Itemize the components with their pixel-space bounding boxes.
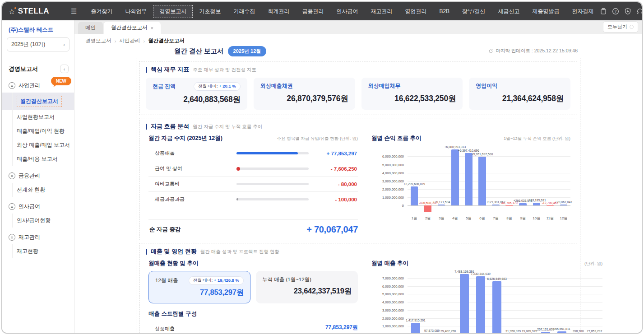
- bar-7월: [492, 205, 500, 205]
- tab-월간결산보고서[interactable]: 월간결산보고서×: [104, 22, 161, 34]
- sidebar-item-인사/급여현황[interactable]: 인사/급여현황: [2, 214, 74, 228]
- sidebar-item-label: 사업현황보고서: [17, 114, 55, 120]
- nav-item-장부/결산[interactable]: 장부/결산: [456, 5, 491, 18]
- cashflow-amount: - 7,606,250: [311, 166, 358, 172]
- nav-item-인사급여[interactable]: 인사급여: [330, 5, 364, 18]
- cashflow-row-세금과공과금: 세금과공과금- 100,000: [148, 192, 358, 207]
- sales-card-value: 77,853,297원: [155, 288, 244, 298]
- chevron-right-icon: ›: [63, 41, 65, 48]
- sales-card-12월 매출[interactable]: 12월 매출전월 대비: + 19,426.8 %77,853,297원: [148, 271, 250, 303]
- sidebar-group-재고관리[interactable]: ≡재고관리: [2, 229, 74, 244]
- close-all-tabs-button[interactable]: 모두닫기: [603, 21, 638, 33]
- badge-prefix: 전월 대비:: [193, 278, 214, 283]
- cashflow-bar-fill: [236, 152, 298, 154]
- x-tick-label: 5월: [462, 216, 475, 221]
- kpi-label: 영업이익: [476, 82, 497, 90]
- sidebar-item-label: 월간결산보고서: [17, 96, 62, 107]
- bar-4월: [451, 149, 459, 205]
- nav-item-나의업무[interactable]: 나의업무: [119, 5, 153, 18]
- breadcrumb-item[interactable]: 사업관리: [119, 37, 140, 44]
- brand-name: STELLA: [18, 7, 49, 16]
- section-accent-bar: [146, 249, 147, 255]
- tab-bar: 메인월간결산보고서× 모두닫기: [74, 20, 642, 34]
- kpi-label: 현금 잔액: [153, 83, 176, 90]
- y-tick-label: 3,000,000,000: [382, 308, 404, 312]
- nav-item-기초정보[interactable]: 기초정보: [193, 5, 227, 18]
- sidebar-item-외상 매출/매입 보고서[interactable]: 외상 매출/매입 보고서: [2, 138, 74, 152]
- nav-item-금융관리[interactable]: 금융관리: [296, 5, 330, 18]
- fiscal-year-selector[interactable]: 2025년 (10기) ›: [7, 37, 69, 51]
- gridline: [408, 165, 570, 165]
- cashflow-bar-cell: [236, 183, 311, 185]
- mom-change-badge: 전월 대비: + 20.1 %: [194, 82, 241, 91]
- monthly-cash-balance-panel: 월간 자금 수지 (2025년 12월) 주요 항목별 자금 유입/유출 현황 …: [146, 135, 361, 235]
- bar-6월: [478, 157, 486, 205]
- sidebar-group-label: 금융관리: [19, 172, 40, 180]
- sidebar-collapse-button[interactable]: ‹: [60, 65, 69, 73]
- bar-10월: [533, 203, 541, 205]
- headset-icon[interactable]: [636, 8, 643, 15]
- nav-item-거래수집[interactable]: 거래수집: [227, 5, 261, 18]
- star-icon: ☆: [9, 7, 15, 16]
- nav-item-B2B[interactable]: B2B: [433, 5, 456, 17]
- sidebar-item-전계좌 현황[interactable]: 전계좌 현황: [2, 183, 74, 197]
- menu-group-icon: ≡: [9, 203, 15, 210]
- bar-9월: [541, 332, 550, 333]
- bar-10월: [557, 331, 566, 333]
- bar-value-label: 7,230,344,039: [471, 272, 490, 275]
- topbar-icon-group: ?: [600, 8, 643, 15]
- nav-item-전자결제[interactable]: 전자결제: [565, 5, 600, 18]
- bar-9월: [519, 203, 527, 205]
- sidebar-group-사업관리[interactable]: ≡사업관리NEW: [2, 78, 74, 93]
- gridline: [408, 173, 570, 173]
- sidebar-group-인사급여[interactable]: ≡인사급여: [2, 199, 74, 214]
- x-tick-label: 9월: [516, 216, 530, 221]
- sidebar-group-label: 재고관리: [19, 233, 40, 241]
- section-key-financial-indicators: 핵심 재무 지표 주요 재무 성과 및 건전성 지표 현금 잔액전월 대비: +…: [139, 61, 577, 115]
- cashflow-item-label: 급여 및 상여: [148, 165, 236, 172]
- nav-item-세금신고[interactable]: 세금신고: [491, 5, 526, 18]
- tab-메인[interactable]: 메인: [78, 22, 103, 34]
- nav-item-영업관리[interactable]: 영업관리: [398, 5, 433, 18]
- sidebar-group-금융관리[interactable]: ≡금융관리: [2, 168, 74, 183]
- clipboard-icon[interactable]: [600, 8, 607, 15]
- bar-value-label: +6,880,993,313: [445, 145, 466, 149]
- menu-group-icon: ≡: [9, 82, 15, 89]
- nav-item-경영보고서[interactable]: 경영보고서: [153, 5, 193, 18]
- top-navigation-bar: ☆ STELLA ☰ 즐겨찾기나의업무경영보고서기초정보거래수집회계관리금융관리…: [2, 2, 642, 20]
- y-tick-label: 1,000,000,000: [382, 195, 404, 199]
- last-update-text: 마지막 업데이트 : 2025.12.22 15:09:46: [496, 48, 578, 54]
- y-tick-label: 0: [402, 203, 404, 207]
- kpi-card-top: 현금 잔액전월 대비: + 20.1 %: [153, 82, 241, 91]
- hamburger-menu-icon[interactable]: ☰: [71, 7, 76, 15]
- sidebar-item-재고현황[interactable]: 재고현황: [2, 244, 74, 258]
- kpi-card-top: 외상매출채권: [260, 82, 348, 90]
- nav-item-즐겨찾기[interactable]: 즐겨찾기: [84, 5, 119, 18]
- sidebar-item-매출/비용 보고서[interactable]: 매출/비용 보고서: [2, 152, 74, 166]
- nav-item-회계관리[interactable]: 회계관리: [261, 5, 296, 18]
- cashflow-row-여비교통비: 여비교통비- 80,000: [148, 177, 358, 192]
- sidebar-item-사업현황보고서[interactable]: 사업현황보고서: [2, 110, 74, 124]
- tab-close-icon[interactable]: ×: [151, 25, 153, 31]
- sidebar-item-label: 재고현황: [17, 248, 38, 254]
- refresh-icon[interactable]: [488, 49, 493, 54]
- bar-8월: [505, 205, 513, 206]
- breadcrumb-item[interactable]: 월간결산보고서: [148, 37, 185, 44]
- kpi-value: 16,622,533,250원: [368, 93, 456, 104]
- sidebar: (주)스텔라 테스트 2025년 (10기) › 경영보고서 ‹ ≡사업관리NE…: [2, 20, 74, 333]
- bar-6월: [492, 281, 501, 333]
- gridline: [408, 205, 570, 206]
- brand-logo[interactable]: ☆ STELLA: [9, 7, 49, 16]
- breadcrumb-item[interactable]: 경영보고서: [85, 37, 111, 44]
- sidebar-item-월간결산보고서[interactable]: 월간결산보고서: [2, 93, 74, 110]
- kpi-card-top: 영업이익: [476, 82, 564, 90]
- svg-text:?: ?: [615, 9, 617, 14]
- sidebar-item-매출/매입/이익 현황[interactable]: 매출/매입/이익 현황: [2, 124, 74, 138]
- y-tick-label: 6,000,000,000: [382, 154, 404, 158]
- nav-item-재고관리[interactable]: 재고관리: [364, 5, 398, 18]
- help-icon[interactable]: ?: [612, 8, 619, 15]
- x-tick-label: 8월: [503, 216, 516, 221]
- shield-download-icon[interactable]: [624, 8, 631, 15]
- x-tick-label: 10월: [530, 216, 543, 221]
- nav-item-제증명발급[interactable]: 제증명발급: [526, 5, 565, 18]
